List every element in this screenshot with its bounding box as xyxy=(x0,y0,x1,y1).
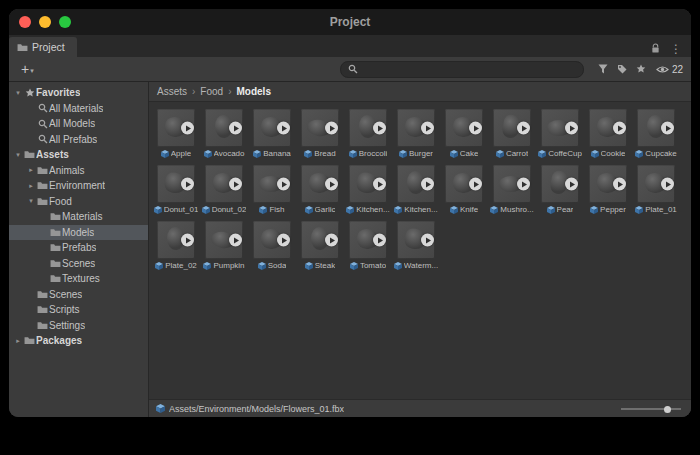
asset-item[interactable]: Fish xyxy=(248,165,296,214)
asset-item[interactable]: Apple xyxy=(152,109,200,158)
asset-thumbnail[interactable] xyxy=(157,109,195,147)
play-button[interactable] xyxy=(325,234,338,247)
asset-item[interactable]: Plate_01 xyxy=(632,165,680,214)
asset-item[interactable]: Pumpkin xyxy=(200,221,248,270)
sidebar-item[interactable]: Scripts xyxy=(9,302,148,318)
asset-item[interactable]: Cake xyxy=(440,109,488,158)
asset-thumbnail[interactable] xyxy=(205,165,243,203)
disclosure-arrow[interactable]: ▾ xyxy=(13,151,23,159)
asset-thumbnail[interactable] xyxy=(253,109,291,147)
asset-thumbnail[interactable] xyxy=(493,109,531,147)
tab-project[interactable]: Project xyxy=(9,37,77,57)
asset-item[interactable]: Donut_01 xyxy=(152,165,200,214)
more-menu-icon[interactable]: ⋮ xyxy=(670,44,682,54)
play-button[interactable] xyxy=(661,122,674,135)
asset-thumbnail[interactable] xyxy=(589,165,627,203)
sidebar-item[interactable]: ▸ Environment xyxy=(9,178,148,194)
asset-item[interactable]: Soda xyxy=(248,221,296,270)
play-button[interactable] xyxy=(613,178,626,191)
search-field[interactable] xyxy=(340,61,584,78)
asset-item[interactable]: Steak xyxy=(296,221,344,270)
play-button[interactable] xyxy=(517,122,530,135)
play-button[interactable] xyxy=(421,122,434,135)
asset-thumbnail[interactable] xyxy=(397,221,435,259)
asset-item[interactable]: CoffeCup xyxy=(536,109,584,158)
search-input[interactable] xyxy=(363,64,576,75)
play-button[interactable] xyxy=(661,178,674,191)
play-button[interactable] xyxy=(181,122,194,135)
asset-item[interactable]: Avocado xyxy=(200,109,248,158)
asset-item[interactable]: Kitchen... xyxy=(392,165,440,214)
asset-item[interactable]: Kitchen... xyxy=(344,165,392,214)
play-button[interactable] xyxy=(517,178,530,191)
sidebar-item[interactable]: ▾ Assets xyxy=(9,147,148,163)
asset-thumbnail[interactable] xyxy=(397,165,435,203)
asset-thumbnail[interactable] xyxy=(493,165,531,203)
zoom-slider[interactable] xyxy=(621,404,681,413)
asset-thumbnail[interactable] xyxy=(253,165,291,203)
asset-item[interactable]: Tomato xyxy=(344,221,392,270)
asset-item[interactable]: Pepper xyxy=(584,165,632,214)
asset-thumbnail[interactable] xyxy=(157,221,195,259)
sidebar-item[interactable]: ▾ Favorites xyxy=(9,85,148,101)
disclosure-arrow[interactable]: ▾ xyxy=(13,89,23,97)
sidebar-item[interactable]: Scenes xyxy=(9,256,148,272)
asset-thumbnail[interactable] xyxy=(541,165,579,203)
save-search-star-icon[interactable] xyxy=(636,64,646,74)
title-bar[interactable]: Project xyxy=(9,9,691,35)
asset-item[interactable]: Pear xyxy=(536,165,584,214)
play-button[interactable] xyxy=(421,178,434,191)
asset-thumbnail[interactable] xyxy=(349,109,387,147)
asset-thumbnail[interactable] xyxy=(637,109,675,147)
asset-item[interactable]: Donut_02 xyxy=(200,165,248,214)
disclosure-arrow[interactable]: ▾ xyxy=(26,197,36,205)
play-button[interactable] xyxy=(229,122,242,135)
asset-item[interactable]: Mushro... xyxy=(488,165,536,214)
filter-by-type-icon[interactable] xyxy=(598,64,608,74)
breadcrumb-segment[interactable]: Models xyxy=(237,86,271,97)
sidebar-item[interactable]: ▾ Food xyxy=(9,194,148,210)
sidebar-item[interactable]: Scenes xyxy=(9,287,148,303)
sidebar-item[interactable]: ▸ Packages xyxy=(9,333,148,349)
breadcrumb-segment[interactable]: Food xyxy=(200,86,223,97)
play-button[interactable] xyxy=(373,122,386,135)
asset-item[interactable]: Banana xyxy=(248,109,296,158)
asset-thumbnail[interactable] xyxy=(205,221,243,259)
play-button[interactable] xyxy=(229,178,242,191)
asset-thumbnail[interactable] xyxy=(637,165,675,203)
asset-item[interactable]: Broccoli xyxy=(344,109,392,158)
play-button[interactable] xyxy=(181,234,194,247)
sidebar-item[interactable]: Settings xyxy=(9,318,148,334)
disclosure-arrow[interactable]: ▸ xyxy=(26,166,36,174)
play-button[interactable] xyxy=(325,122,338,135)
hidden-packages-toggle[interactable]: 22 xyxy=(656,64,683,75)
play-button[interactable] xyxy=(565,178,578,191)
play-button[interactable] xyxy=(469,178,482,191)
play-button[interactable] xyxy=(613,122,626,135)
asset-item[interactable]: Knife xyxy=(440,165,488,214)
asset-thumbnail[interactable] xyxy=(301,165,339,203)
sidebar-item[interactable]: Materials xyxy=(9,209,148,225)
play-button[interactable] xyxy=(325,178,338,191)
asset-item[interactable]: Burger xyxy=(392,109,440,158)
zoom-slider-track[interactable] xyxy=(621,408,681,410)
asset-item[interactable]: Bread xyxy=(296,109,344,158)
asset-thumbnail[interactable] xyxy=(589,109,627,147)
play-button[interactable] xyxy=(277,122,290,135)
asset-thumbnail[interactable] xyxy=(445,165,483,203)
asset-thumbnail[interactable] xyxy=(541,109,579,147)
sidebar-item[interactable]: Prefabs xyxy=(9,240,148,256)
sidebar-item[interactable]: ▸ Animals xyxy=(9,163,148,179)
asset-thumbnail[interactable] xyxy=(445,109,483,147)
asset-item[interactable]: Cupcake xyxy=(632,109,680,158)
asset-item[interactable]: Garlic xyxy=(296,165,344,214)
filter-by-label-icon[interactable] xyxy=(617,64,627,74)
zoom-slider-handle[interactable] xyxy=(664,406,671,413)
play-button[interactable] xyxy=(565,122,578,135)
play-button[interactable] xyxy=(469,122,482,135)
sidebar-item[interactable]: All Models xyxy=(9,116,148,132)
asset-item[interactable]: Cookie xyxy=(584,109,632,158)
asset-thumbnail[interactable] xyxy=(157,165,195,203)
asset-item[interactable]: Waterm... xyxy=(392,221,440,270)
asset-thumbnail[interactable] xyxy=(205,109,243,147)
